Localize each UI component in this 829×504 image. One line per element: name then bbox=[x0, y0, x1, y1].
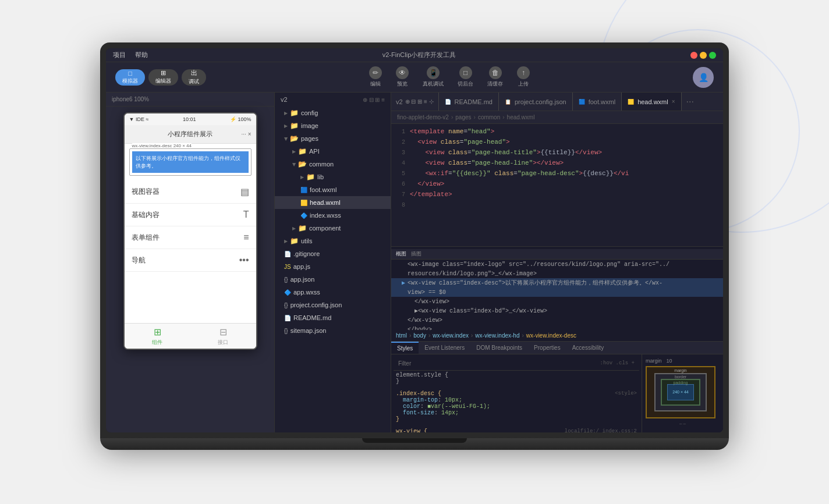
tab-readme[interactable]: 📄 README.md bbox=[439, 93, 499, 111]
css-close-brace: } bbox=[396, 416, 637, 423]
maximize-button[interactable] bbox=[709, 52, 716, 59]
line-num: 4 bbox=[394, 160, 410, 166]
source-line: resources/kind/logo.png">_</wx-image> bbox=[391, 269, 723, 278]
filter-input[interactable] bbox=[398, 360, 598, 367]
other-file-icon: 📄 bbox=[284, 251, 291, 257]
close-button[interactable] bbox=[690, 52, 697, 59]
json-file-icon: {} bbox=[284, 328, 288, 334]
tree-item-appjs-label: app.js bbox=[293, 263, 310, 270]
tab-more[interactable]: ··· bbox=[682, 93, 699, 111]
tree-item-utils[interactable]: ▶ 📁 utils bbox=[275, 235, 391, 247]
css-selector: wx-view { bbox=[396, 428, 427, 433]
toolbar-right: 👤 bbox=[693, 67, 714, 88]
styles-tab-properties[interactable]: Properties bbox=[528, 342, 566, 354]
tree-item-gitignore[interactable]: 📄 .gitignore bbox=[275, 247, 391, 260]
tree-item-api[interactable]: ▶ 📁 API bbox=[275, 145, 391, 158]
status-right: ⚡ 100% bbox=[230, 116, 251, 122]
source-line-selected[interactable]: ▶ <wx-view class="index-desc">以下将展示小程序官方… bbox=[391, 278, 723, 288]
tree-item-appjson[interactable]: {} app.json bbox=[275, 273, 391, 286]
css-prop-val: ■var(--weui-FG-1); bbox=[427, 403, 490, 410]
border-label: border bbox=[675, 375, 686, 379]
tree-item-head-wxml[interactable]: 🟨 head.wxml bbox=[275, 196, 391, 209]
tree-item-common[interactable]: ▶ 📂 common bbox=[275, 158, 391, 171]
bottom-panel: 概图 插图 <wx-image class="index-logo" src="… bbox=[391, 246, 723, 432]
tree-item-lib[interactable]: ▶ 📁 lib bbox=[275, 171, 391, 183]
css-rule-header: wx-view { localfile:/_index.css:2 bbox=[396, 428, 637, 433]
elem-bc-wx-index[interactable]: wx-view.index bbox=[433, 332, 469, 339]
tree-item-pages[interactable]: ▶ 📂 pages bbox=[275, 132, 391, 145]
tree-item-component[interactable]: ▶ 📁 component bbox=[275, 222, 391, 235]
phone-nav-more[interactable]: ··· × bbox=[242, 131, 251, 137]
tree-item-sitemap[interactable]: {} sitemap.json bbox=[275, 324, 391, 337]
tab-projectconfig[interactable]: 📋 project.config.json bbox=[499, 93, 573, 111]
list-item[interactable]: 基础内容 T bbox=[125, 204, 256, 226]
tree-icons[interactable]: ⊕ ⊟ ⊞ ≡ bbox=[363, 97, 385, 103]
phone-highlight-label: wx-view.index-desc 240 × 44 bbox=[132, 143, 192, 148]
toolbar-center: ✏ 编辑 👁 预览 📱 真机调试 □ 切后台 bbox=[206, 66, 693, 88]
css-props: margin-top: 10px; color: ■var(--weui-FG-… bbox=[396, 397, 637, 416]
toolbar-device-debug-action[interactable]: 📱 真机调试 bbox=[423, 66, 444, 88]
elem-bc-wx-hd[interactable]: wx-view.index-hd bbox=[475, 332, 519, 339]
minimize-button[interactable] bbox=[700, 52, 707, 59]
tree-item-appwxss[interactable]: 🔷 app.wxss bbox=[275, 286, 391, 299]
status-left: ▼ IDE ≈ bbox=[129, 116, 149, 122]
tree-item-projectconfig[interactable]: {} project.config.json bbox=[275, 299, 391, 311]
laptop-screen: 项目 帮助 v2-FinClip小程序开发工具 □ 模拟器 bbox=[106, 48, 723, 432]
line-num: 3 bbox=[394, 150, 410, 156]
source-line-selected-cont: view> == $0 bbox=[391, 288, 723, 297]
source-tab-source[interactable]: 插图 bbox=[411, 250, 421, 258]
styles-tab-events[interactable]: Event Listeners bbox=[419, 342, 470, 354]
tab-projectconfig-icon: 📋 bbox=[505, 99, 511, 105]
styles-tab-styles[interactable]: Styles bbox=[391, 342, 419, 354]
phone-title: 小程序组件展示 bbox=[168, 130, 212, 139]
caret-open-icon: ▶ bbox=[292, 162, 297, 166]
list-item[interactable]: 导航 ••• bbox=[125, 249, 256, 272]
js-file-icon: JS bbox=[284, 264, 291, 270]
user-avatar[interactable]: 👤 bbox=[693, 67, 714, 88]
styles-panel: :hov .cls + element.style { } bbox=[391, 354, 723, 433]
css-prop-name: font-size bbox=[403, 410, 434, 416]
elem-bc-body[interactable]: body bbox=[413, 332, 426, 339]
source-tab-outline[interactable]: 概图 bbox=[396, 250, 406, 258]
tab-close-icon[interactable]: × bbox=[672, 98, 675, 105]
laptop: 项目 帮助 v2-FinClip小程序开发工具 □ 模拟器 bbox=[100, 42, 729, 462]
menu-help[interactable]: 帮助 bbox=[135, 51, 148, 59]
folder-icon: 📁 bbox=[298, 224, 307, 232]
editor-button[interactable]: ⊞ 编辑器 bbox=[148, 69, 178, 86]
tab-footwxml[interactable]: 🟦 foot.wxml bbox=[573, 93, 622, 111]
box-dims: – – bbox=[646, 421, 720, 426]
elem-bc-wx-desc[interactable]: wx-view.index-desc bbox=[526, 332, 576, 339]
list-item-icon-3: ••• bbox=[239, 255, 249, 265]
tree-item-image[interactable]: ▶ 📁 image bbox=[275, 119, 391, 132]
box-model-title: margin 10 bbox=[646, 358, 720, 364]
toolbar-background-action[interactable]: □ 切后台 bbox=[458, 66, 473, 88]
code-editor[interactable]: 1 <template name="head"> 2 <view class="… bbox=[391, 124, 723, 246]
tab-headwxml[interactable]: 🟨 head.wxml × bbox=[622, 93, 681, 111]
toolbar-clear-action[interactable]: 🗑 清缓存 bbox=[487, 66, 503, 88]
toolbar-preview-action[interactable]: 👁 预览 bbox=[396, 66, 409, 88]
padding-label: padding bbox=[674, 381, 688, 385]
elem-bc-sep: › bbox=[522, 332, 523, 339]
toolbar-upload-action[interactable]: ↑ 上传 bbox=[517, 66, 530, 88]
elem-bc-html[interactable]: html bbox=[396, 332, 407, 339]
tree-item-readme[interactable]: 📄 README.md bbox=[275, 311, 391, 324]
json-file-icon: {} bbox=[284, 276, 288, 283]
tree-item-foot-wxml[interactable]: 🟦 foot.wxml bbox=[275, 183, 391, 196]
toolbar-edit-action[interactable]: ✏ 编辑 bbox=[369, 66, 382, 88]
debug-button[interactable]: 出 调试 bbox=[182, 69, 206, 86]
tree-item-index-wxss[interactable]: 🔷 index.wxss bbox=[275, 209, 391, 222]
list-item[interactable]: 表单组件 ≡ bbox=[125, 226, 256, 249]
elem-bc-sep: › bbox=[428, 332, 430, 339]
source-panel-tabs: 概图 插图 bbox=[391, 249, 723, 260]
simulator-button[interactable]: □ 模拟器 bbox=[115, 69, 145, 86]
upload-icon: ↑ bbox=[517, 66, 530, 79]
tree-item-appjs[interactable]: JS app.js bbox=[275, 260, 391, 273]
list-item[interactable]: 视图容器 ▤ bbox=[125, 180, 256, 204]
tree-item-config[interactable]: ▶ 📁 config bbox=[275, 107, 391, 119]
styles-tab-breakpoints[interactable]: DOM Breakpoints bbox=[470, 342, 528, 354]
menu-project[interactable]: 项目 bbox=[113, 51, 126, 59]
phone-tab-components[interactable]: ⊞ 组件 bbox=[125, 326, 190, 346]
phone-tab-interface[interactable]: ⊟ 接口 bbox=[190, 326, 256, 346]
tree-item-sitemap-label: sitemap.json bbox=[290, 327, 327, 334]
styles-tab-accessibility[interactable]: Accessibility bbox=[566, 342, 610, 354]
